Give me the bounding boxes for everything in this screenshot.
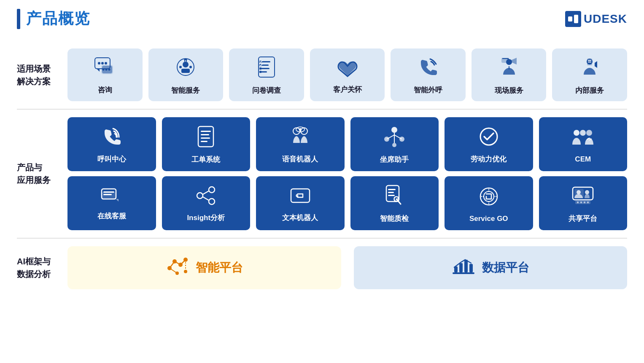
svg-rect-28: [259, 71, 261, 73]
svg-point-69: [484, 191, 494, 202]
scene-row: 适用场景 解决方案: [17, 41, 627, 110]
svg-rect-80: [580, 202, 582, 203]
ticket-icon: [197, 126, 215, 151]
product-rows: 呼叫中心 工单系统: [67, 117, 627, 230]
svg-rect-0: [568, 16, 572, 22]
card-service-go[interactable]: Service GO: [445, 176, 533, 230]
svg-point-5: [101, 62, 104, 65]
shared-icon: [571, 185, 595, 210]
svg-rect-63: [291, 189, 310, 202]
card-smart-service[interactable]: 智能服务: [148, 48, 224, 101]
svg-point-4: [98, 62, 100, 65]
svg-rect-27: [259, 67, 261, 70]
svg-rect-97: [464, 260, 468, 272]
smart-service-label: 智能服务: [171, 86, 200, 95]
card-internal[interactable]: 内部服务: [552, 48, 627, 101]
svg-line-92: [170, 268, 177, 273]
card-smart-call[interactable]: 智能外呼: [391, 48, 466, 101]
card-care[interactable]: 客户关怀: [310, 48, 385, 101]
shared-label: 共享平台: [569, 214, 597, 223]
insight-label: Insight分析: [187, 213, 225, 223]
text-robot-icon: [290, 186, 310, 209]
svg-point-41: [299, 128, 302, 131]
ai-label: AI框架与 数据分析: [17, 246, 67, 289]
svg-line-62: [203, 197, 209, 200]
voice-robot-label: 语音机器人: [282, 154, 318, 164]
title-accent: [17, 9, 20, 29]
page-title: 产品概览: [26, 8, 90, 29]
smart-qc-icon: [385, 185, 404, 210]
card-text-robot[interactable]: 文本机器人: [256, 176, 345, 230]
onsite-icon: [498, 56, 520, 81]
svg-rect-35: [201, 134, 209, 135]
online-service-label: 在线客服: [97, 211, 126, 221]
workforce-icon: [478, 126, 499, 150]
ticket-label: 工单系统: [191, 155, 220, 164]
product-row-1: 呼叫中心 工单系统: [67, 117, 627, 171]
call-center-icon: [101, 126, 122, 150]
svg-rect-23: [261, 68, 269, 69]
svg-line-91: [181, 260, 186, 265]
onsite-label: 现场服务: [495, 86, 523, 95]
header: 产品概览 UDESK: [17, 8, 627, 29]
svg-rect-94: [453, 272, 474, 274]
smart-qc-label: 智能质检: [380, 214, 409, 223]
svg-rect-36: [201, 137, 210, 139]
svg-rect-67: [388, 195, 395, 196]
cem-label: CEM: [575, 155, 591, 164]
svg-rect-82: [587, 202, 589, 203]
svg-rect-79: [577, 202, 579, 203]
smart-platform-icon: [165, 255, 189, 280]
svg-point-43: [384, 137, 389, 142]
product-row: 产品与 应用服务 呼叫中心: [17, 110, 627, 239]
svg-point-45: [392, 143, 396, 147]
svg-rect-57: [102, 192, 116, 199]
svg-point-52: [580, 130, 586, 136]
svg-point-13: [183, 62, 189, 67]
card-call-center[interactable]: 呼叫中心: [67, 117, 156, 171]
svg-rect-17: [184, 59, 187, 60]
logo: UDESK: [565, 11, 627, 27]
card-agent-assist[interactable]: 坐席助手: [350, 117, 439, 171]
card-smart-qc[interactable]: 智能质检: [350, 176, 439, 230]
card-consulting[interactable]: 咨询: [67, 48, 143, 101]
service-go-label: Service GO: [469, 215, 508, 223]
svg-point-50: [480, 128, 497, 145]
svg-point-53: [586, 130, 592, 136]
svg-line-61: [203, 191, 209, 194]
card-ticket[interactable]: 工单系统: [162, 117, 251, 171]
svg-rect-21: [261, 61, 270, 62]
ai-card-smart[interactable]: 智能平台: [67, 246, 341, 289]
card-shared[interactable]: 共享平台: [539, 176, 628, 230]
survey-icon: [257, 56, 276, 81]
svg-line-89: [170, 261, 175, 268]
logo-text: UDESK: [584, 12, 627, 26]
smart-service-icon: [175, 56, 197, 81]
svg-rect-37: [201, 141, 207, 142]
card-insight[interactable]: Insight分析: [162, 176, 251, 230]
svg-point-6: [105, 62, 107, 65]
card-survey[interactable]: 问卷调查: [229, 48, 304, 101]
svg-point-10: [108, 69, 110, 71]
svg-point-9: [105, 69, 107, 71]
svg-rect-66: [388, 192, 394, 193]
insight-icon: [196, 186, 216, 209]
card-online-service[interactable]: 在线客服: [67, 176, 156, 230]
online-service-icon: [101, 187, 123, 207]
voice-robot-icon: [289, 126, 312, 150]
service-go-icon: [478, 186, 500, 210]
internal-label: 内部服务: [575, 86, 604, 95]
svg-point-42: [391, 127, 397, 133]
card-cem[interactable]: CEM: [539, 117, 628, 171]
smart-platform-label: 智能平台: [196, 260, 243, 276]
svg-rect-20: [259, 57, 275, 77]
card-voice-robot[interactable]: 语音机器人: [256, 117, 345, 171]
ai-card-data[interactable]: 数据平台: [354, 246, 628, 289]
call-center-label: 呼叫中心: [97, 154, 126, 164]
card-onsite[interactable]: 现场服务: [472, 48, 547, 101]
svg-rect-34: [201, 131, 211, 132]
svg-point-51: [574, 130, 579, 136]
card-workforce[interactable]: 劳动力优化: [445, 117, 533, 171]
svg-point-77: [585, 190, 589, 194]
svg-rect-65: [388, 189, 396, 190]
